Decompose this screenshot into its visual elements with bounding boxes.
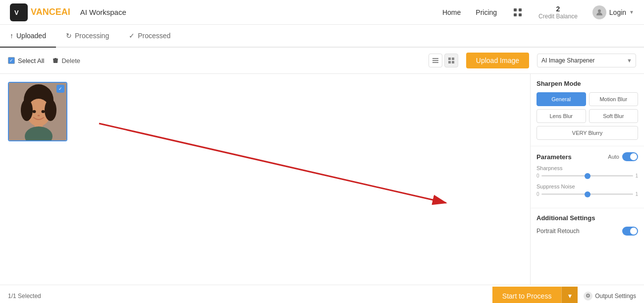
svg-point-17 (45, 99, 56, 121)
processing-icon: ↻ (66, 32, 72, 40)
svg-rect-7 (432, 60, 438, 61)
svg-rect-1 (514, 8, 517, 11)
sharpness-min: 0 (537, 173, 539, 179)
sharpen-mode-title: Sharpen Mode (537, 80, 638, 87)
main-area: Sharpen Mode General Motion Blur Lens Bl… (0, 74, 644, 285)
thumbnail-checkbox (56, 85, 64, 93)
login-button[interactable]: Login ▼ (592, 5, 634, 19)
processed-icon: ✓ (129, 32, 135, 40)
portrait-retouch-label: Portrait Retouch (537, 228, 580, 235)
noise-label: Suppress Noise (537, 183, 638, 189)
select-all-button[interactable]: Select All (8, 57, 44, 64)
tool-selector-wrapper: AI Image Sharpener AI Upscaler AI Denois… (537, 54, 636, 67)
sharpen-mode-section: Sharpen Mode General Motion Blur Lens Bl… (531, 74, 644, 146)
svg-rect-8 (432, 62, 438, 63)
arrow-overlay (0, 74, 530, 285)
svg-rect-2 (519, 8, 522, 11)
svg-rect-9 (448, 58, 451, 60)
tool-selector-dropdown[interactable]: AI Image Sharpener AI Upscaler AI Denois… (537, 54, 636, 67)
image-thumbnail[interactable] (8, 82, 67, 141)
portrait-retouch-row: Portrait Retouch (537, 227, 638, 236)
noise-min: 0 (537, 191, 539, 197)
mode-general-button[interactable]: General (537, 92, 586, 106)
header: V VANCEAI AI Workspace Home Pricing 2 Cr… (0, 0, 644, 25)
svg-point-16 (21, 99, 33, 121)
svg-rect-10 (452, 58, 454, 60)
svg-rect-12 (452, 61, 454, 63)
svg-line-24 (99, 123, 446, 203)
home-link[interactable]: Home (442, 8, 461, 16)
view-toggle (429, 54, 458, 67)
workspace-label: AI Workspace (80, 8, 126, 16)
mode-grid: General Motion Blur Lens Blur Soft Blur … (537, 92, 638, 140)
svg-point-21 (42, 110, 45, 113)
tab-processed[interactable]: ✓ Processed (119, 25, 180, 48)
toolbar-left: Select All Delete (8, 57, 421, 64)
upload-image-button[interactable]: Upload Image (466, 53, 529, 68)
mode-lens-blur-button[interactable]: Lens Blur (537, 109, 586, 123)
noise-slider[interactable] (541, 193, 634, 195)
auto-label: Auto (608, 154, 619, 160)
mode-motion-blur-button[interactable]: Motion Blur (589, 92, 639, 106)
svg-rect-6 (432, 58, 438, 59)
credit-balance: 2 Credit Balance (538, 5, 578, 20)
mode-very-blurry-button[interactable]: VERY Blurry (537, 126, 638, 140)
user-avatar (592, 5, 606, 19)
logo-icon: V (10, 3, 28, 21)
output-settings-link[interactable]: ⚙ Output Settings (584, 292, 636, 301)
parameters-header: Parameters Auto (537, 152, 638, 161)
svg-rect-3 (514, 13, 517, 16)
logo: V VANCEAI (10, 3, 70, 21)
mode-soft-blur-button[interactable]: Soft Blur (589, 109, 639, 123)
pricing-link[interactable]: Pricing (476, 8, 497, 16)
parameters-title: Parameters (537, 153, 572, 161)
right-panel: Sharpen Mode General Motion Blur Lens Bl… (530, 74, 644, 285)
sharpness-label: Sharpness (537, 165, 638, 171)
grid-view-button[interactable] (444, 54, 458, 67)
upload-icon: ↑ (10, 32, 13, 40)
sharpness-slider[interactable] (541, 175, 634, 177)
noise-slider-row: 0 1 (537, 191, 638, 197)
sharpness-slider-row: 0 1 (537, 173, 638, 179)
additional-settings-title: Additional Settings (537, 214, 638, 222)
svg-rect-4 (519, 13, 522, 16)
image-area (0, 74, 530, 285)
header-nav: Home Pricing 2 Credit Balance Login ▼ (442, 5, 634, 20)
svg-text:V: V (14, 9, 19, 16)
process-dropdown-button[interactable]: ▼ (561, 287, 578, 303)
tab-processing[interactable]: ↻ Processing (56, 25, 119, 48)
delete-button[interactable]: Delete (52, 57, 80, 64)
bottom-bar: 1/1 Selected Start to Process ▼ ⚙ Output… (0, 285, 644, 303)
grid-icon[interactable] (512, 6, 524, 18)
select-all-checkbox[interactable] (8, 57, 15, 64)
tab-uploaded[interactable]: ↑ Uploaded (0, 25, 56, 48)
noise-max: 1 (635, 191, 638, 197)
svg-point-5 (598, 9, 601, 12)
svg-point-22 (38, 115, 40, 117)
gear-icon: ⚙ (584, 292, 592, 301)
list-view-button[interactable] (429, 54, 442, 67)
logo-text: VANCEAI (31, 7, 70, 17)
start-process-button[interactable]: Start to Process (492, 287, 562, 303)
sharpness-max: 1 (635, 173, 638, 179)
parameters-section: Parameters Auto Sharpness 0 1 Suppress N… (531, 146, 644, 208)
trash-icon (52, 57, 59, 64)
svg-point-20 (33, 110, 36, 113)
process-button-group: Start to Process ▼ (492, 287, 578, 303)
portrait-retouch-toggle[interactable] (622, 227, 638, 236)
tabs-bar: ↑ Uploaded ↻ Processing ✓ Processed (0, 25, 644, 48)
svg-rect-11 (448, 61, 451, 63)
additional-settings-section: Additional Settings Portrait Retouch (531, 208, 644, 242)
auto-toggle[interactable] (622, 152, 638, 161)
status-text: 1/1 Selected (8, 293, 492, 300)
toolbar: Select All Delete Upload Image AI Image … (0, 48, 644, 74)
auto-toggle-wrap: Auto (608, 152, 638, 161)
